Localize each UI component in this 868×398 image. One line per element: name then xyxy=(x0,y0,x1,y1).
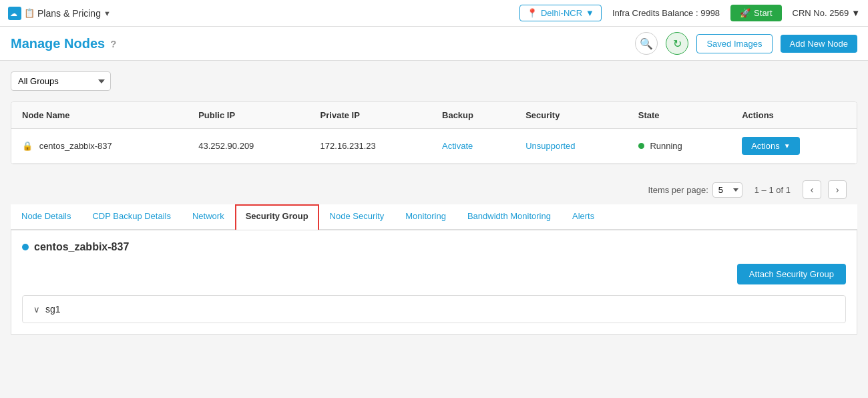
col-node-name: Node Name xyxy=(11,102,188,129)
location-label: Delhi-NCR xyxy=(541,8,582,18)
cell-private-ip: 172.16.231.23 xyxy=(310,129,431,164)
start-button[interactable]: 🚀 Start xyxy=(730,5,781,21)
secondbar: Manage Nodes ? 🔍 ↻ Saved Images Add New … xyxy=(0,27,868,61)
group-filter-select[interactable]: All Groups xyxy=(11,71,111,91)
topbar: ☁ 📋 Plans & Pricing ▼ 📍 Delhi-NCR ▼ Infr… xyxy=(0,0,868,27)
tabs: Node Details CDP Backup Details Network … xyxy=(11,204,857,230)
crn-arrow: ▼ xyxy=(851,8,860,18)
node-header: centos_zabbix-837 xyxy=(22,241,846,253)
filter-row: All Groups xyxy=(11,71,857,91)
sg-expand-chevron[interactable]: ∨ xyxy=(33,305,40,315)
tabs-container: Node Details CDP Backup Details Network … xyxy=(11,204,857,230)
tab-node-details[interactable]: Node Details xyxy=(11,204,81,229)
per-page-select[interactable]: 5 10 25 xyxy=(712,182,742,198)
main-content: All Groups Node Name Public IP Private I… xyxy=(0,61,868,345)
page-title-text: Manage Nodes xyxy=(11,36,105,51)
rocket-icon: 🚀 xyxy=(740,8,750,18)
page-range: 1 – 1 of 1 xyxy=(754,185,791,195)
tab-node-security[interactable]: Node Security xyxy=(319,204,395,229)
items-per-page: Items per page: 5 10 25 xyxy=(648,182,742,198)
cell-state: Running xyxy=(628,129,731,164)
location-arrow: ▼ xyxy=(586,8,594,18)
node-name-label: centos_zabbix-837 xyxy=(34,241,129,253)
prev-page-button[interactable]: ‹ xyxy=(803,180,821,199)
crn-label: CRN No. 2569 xyxy=(793,8,849,18)
plans-pricing-label: Plans & Pricing xyxy=(37,8,101,19)
node-section: centos_zabbix-837 Attach Security Group … xyxy=(11,230,857,335)
cell-backup[interactable]: Activate xyxy=(431,129,515,164)
col-security: Security xyxy=(515,102,628,129)
plans-pricing-arrow: ▼ xyxy=(103,9,111,17)
cell-actions: Actions ▼ xyxy=(731,129,857,164)
col-public-ip: Public IP xyxy=(188,102,309,129)
nodes-table-container: Node Name Public IP Private IP Backup Se… xyxy=(11,102,857,164)
cell-security[interactable]: Unsupported xyxy=(515,129,628,164)
refresh-button[interactable]: ↻ xyxy=(666,32,688,55)
pagination-row: Items per page: 5 10 25 1 – 1 of 1 ‹ › xyxy=(11,175,857,204)
tab-network[interactable]: Network xyxy=(182,204,235,229)
tab-security-group[interactable]: Security Group xyxy=(235,204,319,230)
node-status-dot xyxy=(22,244,29,250)
page-title-area: Manage Nodes ? xyxy=(11,36,116,51)
next-page-button[interactable]: › xyxy=(828,180,847,199)
crn-menu[interactable]: CRN No. 2569 ▼ xyxy=(793,8,860,18)
help-icon[interactable]: ? xyxy=(110,38,116,49)
cell-node-name: 🔒 centos_zabbix-837 xyxy=(11,129,188,164)
col-backup: Backup xyxy=(431,102,515,129)
attach-row: Attach Security Group xyxy=(22,264,846,284)
table-row: 🔒 centos_zabbix-837 43.252.90.209 172.16… xyxy=(11,129,857,164)
sg-list-item: ∨ sg1 xyxy=(22,295,846,323)
tab-cdp-backup-details[interactable]: CDP Backup Details xyxy=(81,204,182,229)
nodes-table: Node Name Public IP Private IP Backup Se… xyxy=(11,102,857,164)
location-selector[interactable]: 📍 Delhi-NCR ▼ xyxy=(519,5,602,21)
plans-pricing-icon: 📋 xyxy=(24,8,35,18)
tab-alerts[interactable]: Alerts xyxy=(562,204,605,229)
search-button[interactable]: 🔍 xyxy=(635,32,658,55)
col-private-ip: Private IP xyxy=(310,102,431,129)
items-per-page-label: Items per page: xyxy=(648,185,708,195)
add-new-node-button[interactable]: Add New Node xyxy=(781,35,857,53)
tab-monitoring[interactable]: Monitoring xyxy=(395,204,457,229)
plans-pricing-menu[interactable]: 📋 Plans & Pricing ▼ xyxy=(24,8,111,19)
credits-balance: Infra Credits Balance : 9998 xyxy=(612,8,720,18)
col-actions: Actions xyxy=(731,102,857,129)
running-status-dot xyxy=(638,143,644,149)
actions-arrow: ▼ xyxy=(784,142,791,150)
attach-security-group-button[interactable]: Attach Security Group xyxy=(737,264,846,284)
lock-icon: 🔒 xyxy=(22,141,33,151)
cell-public-ip: 43.252.90.209 xyxy=(188,129,309,164)
sg-name: sg1 xyxy=(45,304,61,315)
actions-button[interactable]: Actions ▼ xyxy=(742,137,800,155)
pin-icon: 📍 xyxy=(527,8,537,18)
col-state: State xyxy=(628,102,731,129)
tab-bandwidth-monitoring[interactable]: Bandwidth Monitoring xyxy=(457,204,562,229)
saved-images-button[interactable]: Saved Images xyxy=(696,34,772,53)
logo-icon: ☁ xyxy=(8,7,21,20)
svg-text:☁: ☁ xyxy=(10,9,17,17)
